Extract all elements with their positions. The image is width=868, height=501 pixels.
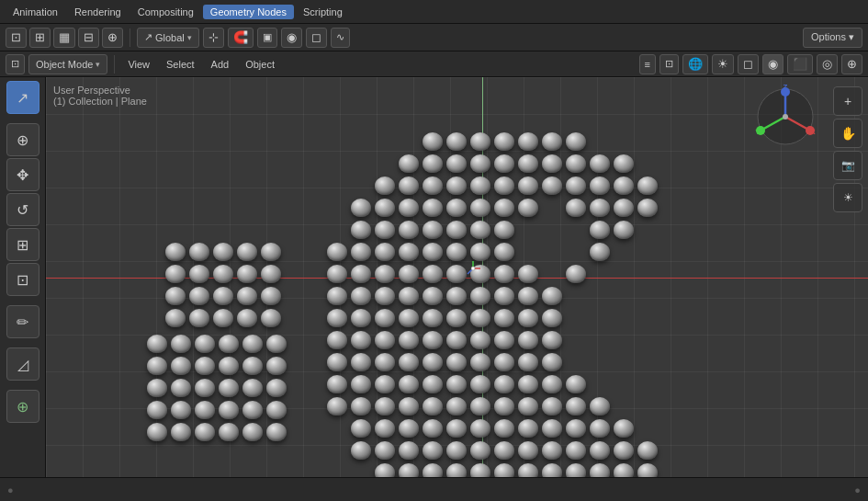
menu-scripting[interactable]: Scripting <box>296 5 350 19</box>
snap-icons-section: ⊡ ⊞ ▦ ⊟ ⊕ <box>6 28 123 48</box>
wireframe-btn[interactable]: ◻ <box>738 54 759 74</box>
menu-geometry-nodes[interactable]: Geometry Nodes <box>203 5 294 19</box>
gizmo-svg: Z X Y <box>753 85 817 149</box>
divider-1 <box>130 28 130 47</box>
transform-orient-btn[interactable]: ↗ Global ▾ <box>137 28 199 48</box>
select-box-tool-btn[interactable]: ↗ <box>6 81 39 114</box>
move-tool-btn[interactable]: ✥ <box>6 158 39 191</box>
hdri-btn[interactable]: ☀ <box>712 54 734 74</box>
3d-viewport[interactable]: User Perspective (1) Collection | Plane … <box>46 77 868 477</box>
transform-orient-arrow: ▾ <box>187 33 192 42</box>
status-dot-left: ● <box>7 484 14 495</box>
svg-point-10 <box>783 114 788 120</box>
solid-btn[interactable]: ◉ <box>762 54 783 74</box>
left-toolbar: ↗ ⊕ ✥ ↺ ⊞ ⊡ ✏ ◿ ⊕ <box>0 77 46 477</box>
snap-btn[interactable]: 🧲 <box>228 28 254 48</box>
view-icon-3[interactable]: ⊟ <box>78 28 99 48</box>
status-right: ● <box>854 484 861 495</box>
svg-text:Y: Y <box>755 128 761 136</box>
transform-widget <box>464 259 482 278</box>
select-menu-label: Select <box>166 59 195 70</box>
wave-btn[interactable]: ∿ <box>331 28 350 48</box>
view-menu-label: View <box>128 59 150 70</box>
object-menu-btn[interactable]: Object <box>239 54 281 74</box>
navigation-gizmo[interactable]: Z X Y <box>753 85 817 149</box>
material-btn[interactable]: ⬛ <box>787 54 813 74</box>
menu-animation[interactable]: Animation <box>6 5 65 19</box>
add-primitive-btn[interactable]: ⊕ <box>6 390 39 423</box>
options-label: Options ▾ <box>811 31 854 43</box>
svg-point-14 <box>471 267 475 270</box>
viewport-gizmo-btn[interactable]: ⊡ <box>659 54 679 74</box>
object-mode-label: Object Mode <box>36 59 93 70</box>
secondary-toolbar: ⊡ Object Mode ▾ View Select Add Object ≡… <box>0 51 868 77</box>
pivot-btn[interactable]: ⊹ <box>203 28 224 48</box>
top-menu-bar: Animation Rendering Compositing Geometry… <box>0 0 868 24</box>
menu-rendering[interactable]: Rendering <box>67 5 129 19</box>
rotate-tool-btn[interactable]: ↺ <box>6 193 39 226</box>
rendered-btn[interactable]: ◎ <box>817 54 838 74</box>
curve-btn[interactable]: ◻ <box>306 28 327 48</box>
mode-icon[interactable]: ⊡ <box>6 54 25 74</box>
viewport-container: ↗ ⊕ ✥ ↺ ⊞ ⊡ ✏ ◿ ⊕ User Perspective (1) C… <box>0 77 868 477</box>
viewport-extras-btn[interactable]: ⊕ <box>841 54 862 74</box>
object-menu-label: Object <box>245 59 275 70</box>
header-toolbar: ⊡ ⊞ ▦ ⊟ ⊕ ↗ Global ▾ ⊹ 🧲 ▣ ◉ ◻ ∿ Options… <box>0 24 868 51</box>
status-bar: ● ● <box>0 477 868 501</box>
snap-opts-btn[interactable]: ▣ <box>257 28 277 48</box>
global-orient-btn[interactable]: 🌐 <box>682 54 708 74</box>
options-btn[interactable]: Options ▾ <box>803 28 862 48</box>
camera-btn[interactable]: 📷 <box>833 151 862 180</box>
view-layer-btn[interactable]: ≡ <box>639 54 656 74</box>
view-icon-1[interactable]: ⊞ <box>29 28 51 48</box>
annotate-tool-btn[interactable]: ✏ <box>6 305 39 338</box>
view-icon-4[interactable]: ⊕ <box>102 28 123 48</box>
sun-btn[interactable]: ☀ <box>833 183 862 212</box>
pan-btn[interactable]: ✋ <box>833 119 862 148</box>
transform-tool-btn[interactable]: ⊡ <box>6 263 39 296</box>
divider-2 <box>114 55 115 74</box>
zoom-in-btn[interactable]: + <box>833 86 862 116</box>
status-dot-right: ● <box>854 484 861 495</box>
proportional-btn[interactable]: ◉ <box>281 28 302 48</box>
svg-text:Z: Z <box>783 85 788 91</box>
view-icon-2[interactable]: ▦ <box>53 28 75 48</box>
object-mode-btn[interactable]: Object Mode ▾ <box>28 54 107 74</box>
transform-orient-icon: ↗ <box>144 31 152 43</box>
add-menu-btn[interactable]: Add <box>205 54 236 74</box>
menu-compositing[interactable]: Compositing <box>130 5 201 19</box>
cursor-tool-btn[interactable]: ⊕ <box>6 123 39 156</box>
object-mode-arrow: ▾ <box>96 60 100 69</box>
vertical-axis-line <box>482 77 483 477</box>
horizontal-axis-line <box>46 278 868 279</box>
scale-tool-btn[interactable]: ⊞ <box>6 228 39 261</box>
measure-tool-btn[interactable]: ◿ <box>6 347 39 381</box>
snap-vertex-btn[interactable]: ⊡ <box>6 28 27 48</box>
transform-orient-label: Global <box>155 32 185 43</box>
view-menu-btn[interactable]: View <box>121 54 156 74</box>
select-menu-btn[interactable]: Select <box>160 54 201 74</box>
status-left: ● <box>7 484 14 495</box>
add-menu-label: Add <box>211 59 230 70</box>
right-viewport-controls: + ✋ 📷 ☀ <box>833 86 862 212</box>
svg-text:X: X <box>810 128 816 136</box>
